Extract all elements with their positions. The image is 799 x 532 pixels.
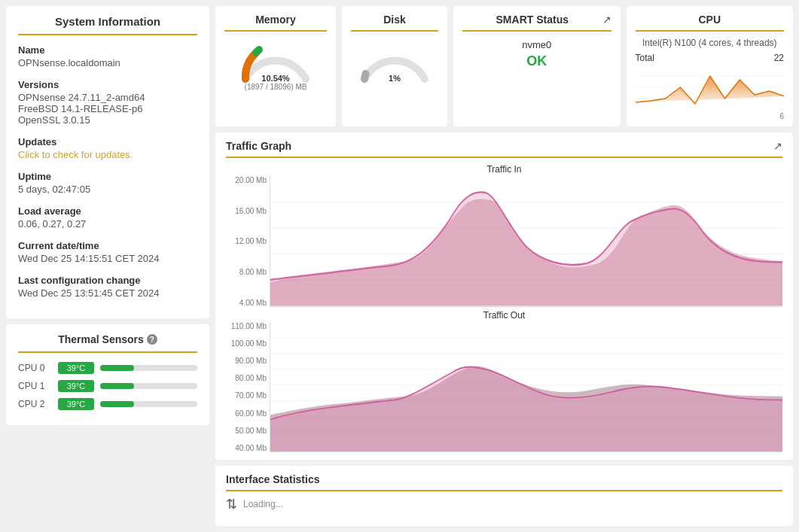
- smart-external-link-icon[interactable]: ↗: [602, 14, 611, 26]
- datetime-label: Current date/time: [18, 240, 197, 251]
- cpu-chart-wrap: [636, 65, 785, 112]
- thermal-rows: CPU 0 39°C CPU 1 39°C CPU 2 39°C: [18, 362, 197, 410]
- datetime-section: Current date/time Wed Dec 25 14:15:51 CE…: [18, 240, 197, 264]
- disk-percent: 1%: [357, 74, 432, 83]
- version2: FreeBSD 14.1-RELEASE-p6: [18, 103, 197, 114]
- traffic-card: Traffic Graph ↗ Traffic In 20.00 Mb 16.0…: [215, 132, 793, 460]
- traffic-charts: Traffic In 20.00 Mb 16.00 Mb 12.00 Mb 8.…: [226, 164, 782, 452]
- name-section: Name OPNsense.localdomain: [18, 44, 197, 68]
- traffic-out-yaxis: 110.00 Mb 100.00 Mb 90.00 Mb 80.00 Mb 70…: [226, 322, 270, 453]
- interface-arrow-icon: ⇅: [226, 496, 237, 512]
- versions-section: Versions OPNsense 24.7.11_2-amd64 FreeBS…: [18, 79, 197, 126]
- cpu-chart-area: Total 22: [636, 53, 785, 120]
- load-section: Load average 0.06, 0.27, 0.27: [18, 205, 197, 230]
- thermal-badge-0: 39°C: [58, 362, 94, 374]
- right-panel: Memory 10.54% (1897 / 18096) MB: [215, 6, 793, 526]
- top-metrics-row: Memory 10.54% (1897 / 18096) MB: [215, 6, 793, 126]
- thermal-bar-bg-1: [100, 383, 197, 389]
- traffic-in-yaxis: 20.00 Mb 16.00 Mb 12.00 Mb 8.00 Mb 4.00 …: [226, 176, 270, 307]
- cpu-min-value: 6: [636, 112, 785, 120]
- memory-percent: 10.54%: [238, 74, 313, 83]
- uptime-value: 5 days, 02:47:05: [18, 184, 197, 195]
- thermal-badge-2: 39°C: [58, 398, 94, 410]
- memory-card: Memory 10.54% (1897 / 18096) MB: [215, 6, 336, 126]
- traffic-in-body: 20.00 Mb 16.00 Mb 12.00 Mb 8.00 Mb 4.00 …: [226, 176, 782, 307]
- traffic-in-svg: [270, 176, 782, 306]
- uptime-section: Uptime 5 days, 02:47:05: [18, 171, 197, 195]
- thermal-title: Thermal Sensors ?: [18, 333, 197, 353]
- traffic-title: Traffic Graph: [226, 140, 291, 152]
- thermal-bar-bg-0: [100, 365, 197, 371]
- thermal-bar-fill-1: [100, 383, 134, 389]
- traffic-out-chart: [270, 322, 782, 453]
- interface-content: ⇅ Loading...: [226, 496, 782, 512]
- version1: OPNsense 24.7.11_2-amd64: [18, 92, 197, 103]
- uptime-label: Uptime: [18, 171, 197, 182]
- lastconfig-label: Last configuration change: [18, 275, 197, 286]
- system-info-title: System Information: [18, 15, 197, 35]
- memory-gauge: 10.54%: [238, 38, 313, 83]
- interface-title: Interface Statistics: [226, 473, 320, 485]
- disk-gauge: 1%: [357, 38, 432, 83]
- system-info-card: System Information Name OPNsense.localdo…: [6, 6, 209, 318]
- updates-label: Updates: [18, 136, 197, 147]
- thermal-help-icon[interactable]: ?: [147, 334, 157, 345]
- traffic-in-chart: [270, 176, 782, 307]
- cpu-chart-svg: [636, 65, 785, 110]
- traffic-external-link-icon[interactable]: ↗: [773, 140, 782, 152]
- cpu-chart-label: Total 22: [636, 53, 785, 63]
- thermal-label-2: CPU 2: [18, 399, 52, 409]
- load-value: 0.06, 0.27, 0.27: [18, 218, 197, 230]
- traffic-header: Traffic Graph ↗: [226, 140, 782, 158]
- smart-device: nvme0: [522, 39, 551, 50]
- lastconfig-value: Wed Dec 25 13:51:45 CET 2024: [18, 287, 197, 299]
- thermal-badge-1: 39°C: [58, 380, 94, 392]
- thermal-bar-fill-2: [100, 401, 134, 407]
- thermal-label-0: CPU 0: [18, 363, 52, 373]
- load-label: Load average: [18, 205, 197, 217]
- left-panel: System Information Name OPNsense.localdo…: [6, 6, 209, 526]
- cpu-card: CPU Intel(R) N100 (4 cores, 4 threads) T…: [627, 6, 794, 126]
- disk-card: Disk 1%: [342, 6, 447, 126]
- version3: OpenSSL 3.0.15: [18, 114, 197, 126]
- interface-loading: Loading...: [243, 499, 283, 509]
- thermal-bar-fill-0: [100, 365, 134, 371]
- updates-link[interactable]: Click to check for updates.: [18, 149, 197, 160]
- traffic-out-svg: [270, 322, 782, 452]
- traffic-in-section: Traffic In 20.00 Mb 16.00 Mb 12.00 Mb 8.…: [226, 164, 782, 307]
- thermal-row-1: CPU 1 39°C: [18, 380, 197, 392]
- thermal-label-1: CPU 1: [18, 381, 52, 391]
- thermal-row-0: CPU 0 39°C: [18, 362, 197, 374]
- smart-status: OK: [526, 53, 547, 69]
- thermal-row-2: CPU 2 39°C: [18, 398, 197, 410]
- traffic-in-label: Traffic In: [226, 164, 782, 175]
- memory-title: Memory: [224, 14, 327, 32]
- cpu-title: CPU: [636, 14, 785, 32]
- interface-header: Interface Statistics: [226, 473, 782, 491]
- thermal-card: Thermal Sensors ? CPU 0 39°C CPU 1 39°C …: [6, 324, 209, 425]
- disk-title: Disk: [351, 14, 438, 32]
- smart-title: SMART Status: [462, 14, 602, 26]
- versions-label: Versions: [18, 79, 197, 90]
- lastconfig-section: Last configuration change Wed Dec 25 13:…: [18, 275, 197, 299]
- datetime-value: Wed Dec 25 14:15:51 CET 2024: [18, 253, 197, 264]
- name-value: OPNsense.localdomain: [18, 57, 197, 68]
- name-label: Name: [18, 44, 197, 56]
- thermal-bar-bg-2: [100, 401, 197, 407]
- updates-section: Updates Click to check for updates.: [18, 136, 197, 160]
- memory-detail: (1897 / 18096) MB: [245, 83, 307, 91]
- traffic-out-section: Traffic Out 110.00 Mb 100.00 Mb 90.00 Mb…: [226, 310, 782, 453]
- traffic-out-body: 110.00 Mb 100.00 Mb 90.00 Mb 80.00 Mb 70…: [226, 322, 782, 453]
- smart-card: SMART Status ↗ nvme0 OK: [453, 6, 621, 126]
- traffic-out-label: Traffic Out: [226, 310, 782, 321]
- interface-card: Interface Statistics ⇅ Loading...: [215, 466, 793, 526]
- cpu-info: Intel(R) N100 (4 cores, 4 threads): [642, 38, 777, 48]
